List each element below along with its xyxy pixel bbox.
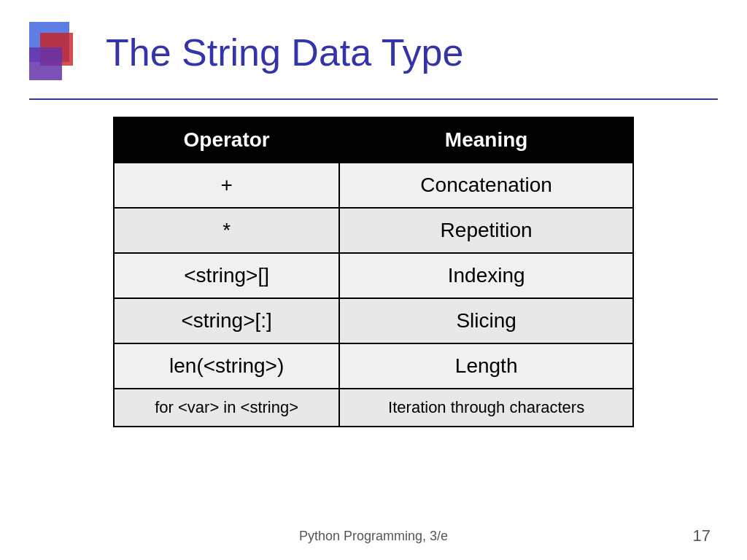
cell-operator: + [114,163,339,208]
table-row: <string>[:]Slicing [114,298,633,343]
title-rule [29,98,718,100]
table-row: len(<string>)Length [114,343,633,389]
cell-operator: for <var> in <string> [114,389,339,427]
cell-operator: len(<string>) [114,343,339,389]
footer-center: Python Programming, 3/e [299,529,448,544]
table-row: <string>[]Indexing [114,253,633,298]
table-row: for <var> in <string>Iteration through c… [114,389,633,427]
logo-decoration [29,22,95,88]
data-table-container: Operator Meaning +Concatenation*Repetiti… [113,117,634,427]
slide: The String Data Type Operator Meaning +C… [0,0,747,560]
cell-meaning: Slicing [339,298,633,343]
table-row: *Repetition [114,208,633,253]
cell-meaning: Indexing [339,253,633,298]
cell-operator: * [114,208,339,253]
header-meaning: Meaning [339,117,633,163]
footer: Python Programming, 3/e 17 [0,526,747,545]
operators-table: Operator Meaning +Concatenation*Repetiti… [113,117,634,427]
cell-meaning: Repetition [339,208,633,253]
footer-page-number: 17 [652,526,711,545]
table-header-row: Operator Meaning [114,117,633,163]
cell-meaning: Concatenation [339,163,633,208]
table-row: +Concatenation [114,163,633,208]
cell-meaning: Iteration through characters [339,389,633,427]
logo-purple-rect [29,47,62,80]
header-operator: Operator [114,117,339,163]
cell-meaning: Length [339,343,633,389]
page-title: The String Data Type [106,31,463,74]
cell-operator: <string>[:] [114,298,339,343]
cell-operator: <string>[] [114,253,339,298]
